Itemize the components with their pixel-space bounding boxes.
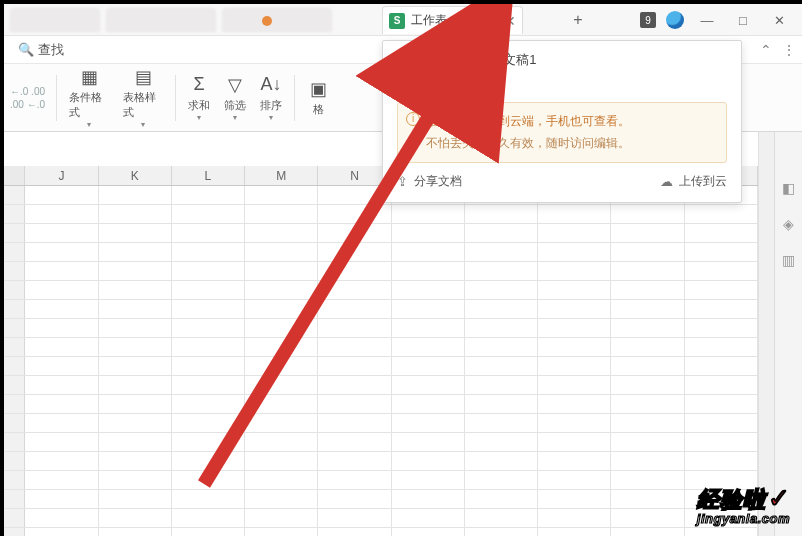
cell[interactable]: [318, 205, 391, 223]
new-tab-button[interactable]: +: [568, 10, 588, 30]
table-row[interactable]: [4, 243, 758, 262]
cell[interactable]: [611, 338, 684, 356]
cell[interactable]: [25, 243, 98, 261]
row-header[interactable]: [4, 262, 25, 280]
background-tab[interactable]: [222, 8, 332, 32]
cell[interactable]: [245, 433, 318, 451]
cell[interactable]: [685, 224, 758, 242]
side-icon[interactable]: ◧: [782, 180, 795, 196]
table-row[interactable]: [4, 414, 758, 433]
row-header[interactable]: [4, 338, 25, 356]
cell[interactable]: [25, 319, 98, 337]
cell[interactable]: [172, 224, 245, 242]
cell[interactable]: [25, 471, 98, 489]
cell[interactable]: [392, 414, 465, 432]
row-header[interactable]: [4, 243, 25, 261]
upload-to-cloud-button[interactable]: ☁ 上传到云: [660, 173, 727, 190]
cell[interactable]: [172, 376, 245, 394]
cell[interactable]: [465, 281, 538, 299]
table-row[interactable]: [4, 452, 758, 471]
row-header[interactable]: [4, 471, 25, 489]
row-header[interactable]: [4, 509, 25, 527]
cell[interactable]: [465, 376, 538, 394]
cell[interactable]: [172, 281, 245, 299]
cell[interactable]: [538, 357, 611, 375]
cell[interactable]: [245, 224, 318, 242]
cell[interactable]: [172, 357, 245, 375]
row-header[interactable]: [4, 395, 25, 413]
cell[interactable]: [465, 471, 538, 489]
find-button[interactable]: 🔍 查找: [18, 41, 64, 59]
cell[interactable]: [392, 471, 465, 489]
cell[interactable]: [25, 338, 98, 356]
cell[interactable]: [318, 262, 391, 280]
cell[interactable]: [465, 205, 538, 223]
cell[interactable]: [685, 452, 758, 470]
cell[interactable]: [25, 414, 98, 432]
cell[interactable]: [465, 433, 538, 451]
cell[interactable]: [392, 319, 465, 337]
cell[interactable]: [392, 376, 465, 394]
cell[interactable]: [245, 471, 318, 489]
decrease-decimal-icon[interactable]: .00 ←.0: [10, 99, 45, 110]
cell[interactable]: [99, 262, 172, 280]
cell[interactable]: [685, 433, 758, 451]
cell[interactable]: [318, 300, 391, 318]
cell[interactable]: [99, 395, 172, 413]
cell[interactable]: [392, 509, 465, 527]
cell[interactable]: [465, 357, 538, 375]
cell[interactable]: [99, 224, 172, 242]
row-header[interactable]: [4, 205, 25, 223]
cell[interactable]: [685, 205, 758, 223]
cell[interactable]: [392, 205, 465, 223]
cell[interactable]: [685, 338, 758, 356]
cell[interactable]: [245, 509, 318, 527]
cell[interactable]: [685, 528, 758, 536]
cell[interactable]: [245, 338, 318, 356]
window-minimize-button[interactable]: —: [694, 13, 720, 28]
cell[interactable]: [465, 224, 538, 242]
cell[interactable]: [245, 490, 318, 508]
cell[interactable]: [392, 357, 465, 375]
background-tab[interactable]: [10, 8, 100, 32]
cell[interactable]: [538, 281, 611, 299]
cell[interactable]: [25, 300, 98, 318]
cell[interactable]: [611, 528, 684, 536]
cell[interactable]: [172, 528, 245, 536]
column-header[interactable]: M: [245, 166, 318, 185]
table-row[interactable]: [4, 205, 758, 224]
cell[interactable]: [611, 471, 684, 489]
cell[interactable]: [318, 338, 391, 356]
row-header[interactable]: [4, 357, 25, 375]
cell[interactable]: [245, 414, 318, 432]
cell[interactable]: [25, 186, 98, 204]
cell[interactable]: [25, 357, 98, 375]
conditional-formatting-button[interactable]: ▦ 条件格式 ▾: [63, 68, 115, 128]
cell[interactable]: [245, 528, 318, 536]
row-header[interactable]: [4, 319, 25, 337]
cell[interactable]: [99, 357, 172, 375]
cell[interactable]: [318, 376, 391, 394]
sum-button[interactable]: Σ 求和 ▾: [182, 68, 216, 128]
cell[interactable]: [99, 471, 172, 489]
cell[interactable]: [172, 471, 245, 489]
cell[interactable]: [99, 376, 172, 394]
sort-button[interactable]: A↓ 排序 ▾: [254, 68, 288, 128]
table-row[interactable]: [4, 433, 758, 452]
cell[interactable]: [611, 319, 684, 337]
table-row[interactable]: [4, 357, 758, 376]
cell[interactable]: [538, 224, 611, 242]
cell[interactable]: [465, 300, 538, 318]
cell[interactable]: [538, 319, 611, 337]
table-row[interactable]: [4, 224, 758, 243]
background-tab[interactable]: [106, 8, 216, 32]
cell[interactable]: [318, 357, 391, 375]
cell[interactable]: [172, 509, 245, 527]
cell[interactable]: [318, 490, 391, 508]
cell[interactable]: [172, 186, 245, 204]
cell[interactable]: [318, 433, 391, 451]
cell[interactable]: [318, 452, 391, 470]
cell[interactable]: [611, 300, 684, 318]
cell[interactable]: [538, 338, 611, 356]
cell[interactable]: [392, 300, 465, 318]
